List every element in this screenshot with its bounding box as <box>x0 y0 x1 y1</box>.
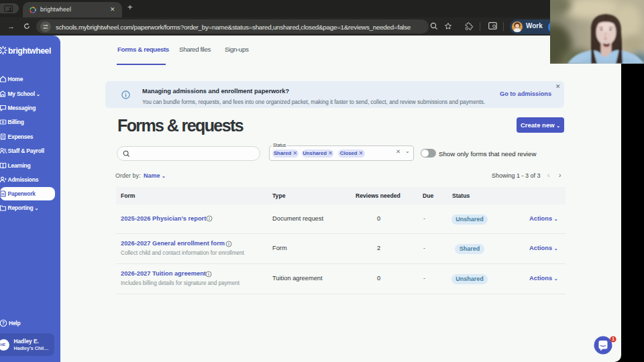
svg-text:1: 1 <box>612 337 614 341</box>
svg-text:?: ? <box>2 320 5 325</box>
